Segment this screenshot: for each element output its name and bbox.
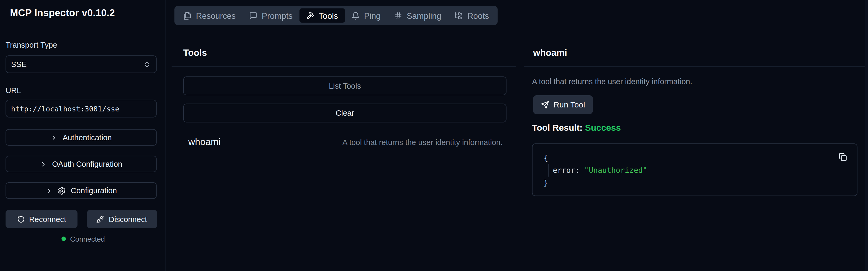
tool-result-status: Success	[585, 123, 621, 132]
bell-icon	[351, 11, 360, 20]
app-title: MCP Inspector v0.10.2	[10, 7, 115, 19]
tools-pane-title: Tools	[183, 48, 207, 58]
tool-list-item-whoami[interactable]: whoami A tool that returns the user iden…	[183, 133, 506, 151]
tab-roots[interactable]: Roots	[448, 8, 496, 23]
oauth-configuration-section-button[interactable]: OAuth Configuration	[5, 156, 157, 172]
scrollbar-track[interactable]	[865, 0, 868, 271]
mcp-inspector-app: MCP Inspector v0.10.2 Transport Type SSE…	[0, 0, 868, 271]
list-tools-label: List Tools	[329, 82, 361, 90]
close-brace: }	[544, 178, 548, 187]
tab-tools[interactable]: Tools	[299, 8, 345, 23]
tool-description: A tool that returns the user identity in…	[342, 138, 507, 146]
url-value: http://localhost:3001/sse	[6, 104, 119, 113]
tab-label: Sampling	[407, 11, 441, 20]
tab-sampling[interactable]: Sampling	[387, 8, 448, 23]
hammer-icon	[306, 11, 314, 20]
json-key: error:	[553, 166, 580, 175]
transport-type-label: Transport Type	[5, 40, 57, 49]
transport-type-select[interactable]: SSE	[5, 55, 157, 73]
rotate-ccw-icon	[17, 215, 25, 223]
gear-icon	[57, 186, 66, 194]
tab-label: Tools	[319, 11, 338, 20]
tools-pane-divider	[172, 66, 516, 67]
tab-resources[interactable]: Resources	[177, 8, 242, 23]
clear-button[interactable]: Clear	[183, 103, 506, 122]
tool-result-label: Tool Result:	[532, 123, 582, 132]
tab-label: Resources	[196, 11, 236, 20]
copy-icon	[839, 153, 849, 161]
configuration-section-button[interactable]: Configuration	[5, 182, 157, 199]
tool-name: whoami	[183, 137, 221, 148]
tool-result-code-block: { error: "Unauthorized" }	[532, 144, 858, 196]
tab-label: Roots	[467, 11, 489, 20]
tab-label: Ping	[364, 11, 380, 20]
chevron-right-icon	[40, 160, 47, 168]
sidebar: MCP Inspector v0.10.2 Transport Type SSE…	[0, 0, 166, 271]
open-brace: {	[544, 153, 548, 162]
json-value: "Unauthorized"	[584, 166, 647, 175]
message-square-icon	[249, 11, 257, 20]
disconnect-label: Disconnect	[109, 215, 147, 223]
run-tool-label: Run Tool	[554, 100, 585, 109]
tab-ping[interactable]: Ping	[345, 8, 387, 23]
authentication-label: Authentication	[63, 133, 112, 142]
oauth-configuration-label: OAuth Configuration	[52, 159, 122, 168]
chevron-right-icon	[51, 134, 58, 141]
chevron-right-icon	[45, 187, 52, 194]
transport-type-value: SSE	[6, 60, 26, 68]
unplug-icon	[96, 215, 104, 223]
clear-label: Clear	[336, 109, 354, 117]
send-icon	[541, 100, 549, 109]
detail-pane-title: whoami	[533, 48, 567, 58]
chevrons-up-down-icon	[143, 61, 151, 68]
url-label: URL	[5, 86, 21, 94]
tab-label: Prompts	[261, 11, 292, 20]
reconnect-label: Reconnect	[29, 215, 66, 223]
status-dot-icon	[61, 237, 66, 241]
tool-detail-description: A tool that returns the user identity in…	[532, 77, 692, 86]
tab-prompts[interactable]: Prompts	[242, 8, 299, 23]
list-tools-button[interactable]: List Tools	[183, 77, 506, 95]
connection-status: Connected	[0, 234, 166, 243]
authentication-section-button[interactable]: Authentication	[5, 129, 157, 146]
files-icon	[183, 11, 191, 20]
tool-result-line: Tool Result: Success	[532, 123, 621, 133]
main-tab-bar: Resources Prompts Tools Ping Sampling	[174, 6, 498, 25]
sidebar-header: MCP Inspector v0.10.2	[0, 0, 165, 29]
configuration-label: Configuration	[71, 186, 117, 195]
disconnect-button[interactable]: Disconnect	[87, 210, 157, 228]
reconnect-button[interactable]: Reconnect	[5, 210, 78, 228]
hash-icon	[394, 11, 402, 20]
status-label: Connected	[70, 235, 105, 243]
json-line-error: error: "Unauthorized"	[548, 164, 647, 177]
detail-pane-divider	[524, 66, 865, 67]
copy-button[interactable]	[839, 152, 849, 162]
run-tool-button[interactable]: Run Tool	[533, 95, 593, 114]
json-result: { error: "Unauthorized" }	[544, 152, 647, 189]
url-input[interactable]: http://localhost:3001/sse	[5, 100, 157, 118]
folder-tree-icon	[455, 11, 463, 20]
